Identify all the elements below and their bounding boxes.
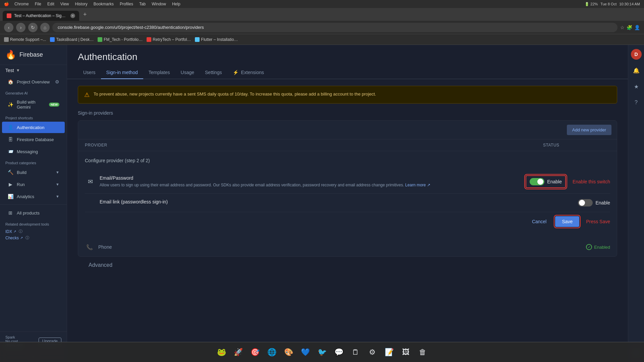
apple-menu[interactable]: 🍎 [4, 2, 9, 6]
checks-info-icon[interactable]: ⓘ [25, 235, 29, 240]
tab-templates[interactable]: Templates [143, 66, 175, 79]
content-body: ⚠ To prevent abuse, new projects current… [67, 79, 628, 280]
tab-extensions[interactable]: ⚡ Extensions [227, 66, 269, 79]
help-icon[interactable]: ? [631, 97, 642, 108]
tab-settings[interactable]: Settings [200, 66, 227, 79]
dock-trash[interactable]: 🗑 [415, 345, 430, 360]
dock-pages[interactable]: 📝 [382, 345, 396, 360]
content-area: Authentication Users Sign-in method Temp… [67, 45, 628, 362]
sidebar-item-authentication[interactable]: 👤 Authentication [2, 122, 65, 133]
save-annotation: Press Save [586, 219, 610, 224]
dock-arcade[interactable]: 🎯 [248, 345, 262, 360]
account-icon[interactable]: 👤 [634, 25, 640, 30]
dock-figma[interactable]: 🎨 [281, 345, 296, 360]
checks-link[interactable]: Checks ↗ ⓘ [5, 235, 61, 240]
alert-message: To prevent abuse, new projects currently… [94, 91, 376, 99]
auth-icon: 👤 [7, 124, 13, 130]
bookmark-star-icon[interactable]: ☆ [620, 25, 625, 30]
close-tab-button[interactable]: × [70, 13, 75, 18]
reload-button[interactable]: ↻ [28, 23, 38, 32]
dock-finder[interactable]: 🐸 [214, 345, 229, 360]
dock-preview[interactable]: 🖼 [398, 345, 413, 360]
email-toggle-area: Enable Enable this switch [526, 175, 610, 188]
project-shortcuts-label: Project shortcuts [0, 113, 67, 121]
col-status-header: Status [543, 143, 610, 147]
menu-edit[interactable]: Edit [47, 2, 54, 6]
menu-profiles[interactable]: Profiles [120, 2, 133, 6]
col-provider-header: Provider [85, 143, 543, 147]
menu-view[interactable]: View [60, 2, 69, 6]
project-selector[interactable]: Test ▼ [0, 65, 67, 76]
back-button[interactable]: ‹ [4, 23, 13, 32]
idx-external-icon: ↗ [13, 230, 16, 233]
save-button-area: Save Press Save [555, 216, 610, 227]
bookmark-fm-tech[interactable]: FM_Tech - Portfolio… [98, 37, 143, 42]
bookmark-retrytech[interactable]: RetryTech – Portfol… [147, 37, 191, 42]
sidebar-header: 🔥 Firebase [0, 45, 67, 65]
email-icon: ✉ [85, 176, 96, 187]
home-button[interactable]: ⌂ [40, 23, 50, 32]
dock-twitter[interactable]: 🐦 [315, 345, 329, 360]
menu-history[interactable]: History [75, 2, 88, 6]
menu-window[interactable]: Window [152, 2, 166, 6]
email-link-toggle-slider [578, 199, 593, 206]
idx-link[interactable]: IDX ↗ ⓘ [5, 229, 61, 234]
save-button[interactable]: Save [555, 216, 579, 227]
build-chevron-icon: ▼ [56, 170, 59, 174]
idx-info-icon[interactable]: ⓘ [19, 229, 22, 234]
tab-users[interactable]: Users [78, 66, 101, 79]
firebase-logo-icon: 🔥 [5, 50, 16, 60]
user-avatar[interactable]: D [631, 49, 642, 60]
menu-tab[interactable]: Tab [139, 2, 146, 6]
sidebar-item-analytics[interactable]: 📊 Analytics ▼ [2, 191, 65, 202]
sidebar-item-build[interactable]: 🔨 Build ▼ [2, 167, 65, 178]
url-input[interactable] [52, 23, 618, 32]
dock-flutter[interactable]: 💙 [298, 345, 313, 360]
generative-ai-label: Generative AI [0, 88, 67, 97]
email-link-toggle[interactable] [578, 199, 593, 206]
menu-chrome[interactable]: Chrome [14, 2, 29, 6]
learn-more-link[interactable]: Learn more ↗ [405, 183, 430, 187]
browser-tab-active[interactable]: Test – Authentication – Sign-… × [3, 11, 79, 21]
dock-preferences[interactable]: ⚙ [365, 345, 380, 360]
menu-bookmarks[interactable]: Bookmarks [94, 2, 114, 6]
notifications-icon[interactable]: 🔔 [631, 65, 642, 76]
bookmark-remote[interactable]: Remote Support –... [4, 37, 46, 42]
dock-chrome[interactable]: 🌐 [264, 345, 279, 360]
tab-signin-method[interactable]: Sign-in method [101, 66, 143, 79]
analytics-icon: 📊 [7, 193, 13, 199]
advanced-section: Advanced [78, 257, 617, 274]
dock-messages[interactable]: 💬 [331, 345, 346, 360]
email-enable-toggle[interactable] [530, 178, 544, 185]
sidebar-item-firestore[interactable]: 🗄 Firestore Database [2, 134, 65, 145]
email-link-name: Email link (passwordless sign-in) [100, 199, 168, 204]
sidebar-item-gemini[interactable]: ✨ Build with Gemini NEW [2, 97, 65, 112]
grid-icon: ⊞ [7, 210, 13, 216]
tab-usage[interactable]: Usage [175, 66, 200, 79]
email-password-provider-row: ✉ Email/Password Allow users to sign up … [85, 170, 610, 194]
settings-gear-icon[interactable]: ⚙ [55, 79, 59, 84]
email-toggle-slider [530, 178, 544, 185]
new-tab-button[interactable]: + [80, 10, 90, 19]
cancel-button[interactable]: Cancel [527, 216, 552, 227]
sidebar-item-all-products[interactable]: ⊞ All products [2, 207, 65, 219]
dock-launchpad[interactable]: 🚀 [231, 345, 246, 360]
idx-label: IDX [5, 229, 12, 234]
forward-button[interactable]: › [16, 23, 25, 32]
extension-icon[interactable]: 🧩 [627, 25, 632, 30]
bookmark-flutter[interactable]: Flutter – Installatio… [195, 37, 238, 42]
mac-menubar: 🍎 Chrome File Edit View History Bookmark… [0, 0, 644, 8]
phone-provider-name: Phone [98, 244, 586, 250]
address-bar-icons: ☆ 🧩 👤 [620, 25, 640, 30]
menu-help[interactable]: Help [172, 2, 180, 6]
sidebar-item-messaging[interactable]: 📨 Messaging [2, 146, 65, 157]
sidebar-item-overview[interactable]: 🏠 Project Overview ⚙ [2, 76, 65, 87]
add-provider-button[interactable]: Add new provider [567, 125, 611, 135]
sidebar-item-run[interactable]: ▶ Run ▼ [2, 179, 65, 190]
providers-toolbar: Add new provider [78, 121, 617, 139]
dock-notes[interactable]: 🗒 [348, 345, 363, 360]
bookmark-tasksboard[interactable]: TasksBoard | Desk… [50, 37, 94, 42]
mac-status-bar: 🔋 22% Tue 8 Oct 10:30:14 AM [585, 2, 640, 6]
star-favorite-icon[interactable]: ★ [631, 81, 642, 92]
menu-file[interactable]: File [35, 2, 41, 6]
